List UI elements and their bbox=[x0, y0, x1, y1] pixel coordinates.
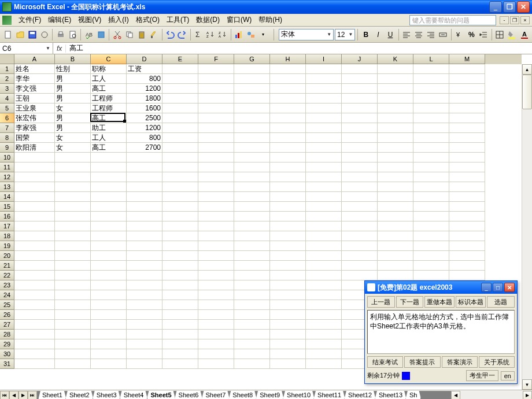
cell-C6[interactable]: 高工 bbox=[91, 113, 127, 123]
exam-pick-button[interactable]: 选题 bbox=[487, 296, 515, 308]
cell-M11[interactable] bbox=[449, 162, 485, 172]
exam-candidate[interactable]: 考生甲一 bbox=[466, 370, 498, 381]
horizontal-scrollbar[interactable]: ◀ ▶ bbox=[451, 391, 532, 400]
cell-B8[interactable]: 女 bbox=[55, 133, 91, 143]
spell-button[interactable]: AB bbox=[83, 28, 94, 41]
col-header-E[interactable]: E bbox=[162, 54, 198, 64]
cell-M10[interactable] bbox=[449, 153, 485, 162]
cell-G4[interactable] bbox=[234, 94, 270, 104]
col-header-L[interactable]: L bbox=[413, 54, 449, 64]
cell-B7[interactable]: 男 bbox=[55, 123, 91, 133]
cell-L17[interactable] bbox=[413, 221, 449, 231]
cell-L20[interactable] bbox=[413, 251, 449, 261]
cell-A4[interactable]: 王朝 bbox=[14, 94, 55, 104]
exam-mark-button[interactable]: 标识本题 bbox=[456, 296, 486, 308]
cell-F30[interactable] bbox=[198, 349, 234, 359]
permission-button[interactable] bbox=[39, 28, 50, 41]
cell-H8[interactable] bbox=[270, 133, 306, 143]
print-button[interactable] bbox=[55, 28, 66, 41]
row-header-6[interactable]: 6 bbox=[0, 113, 14, 123]
cell-C11[interactable] bbox=[91, 162, 127, 172]
cell-I31[interactable] bbox=[306, 359, 342, 369]
exam-title-bar[interactable]: [免费]第02题 excel2003 _ □ ✕ bbox=[365, 281, 517, 294]
mdi-close[interactable]: × bbox=[520, 16, 530, 24]
cell-D17[interactable] bbox=[127, 221, 162, 231]
cell-G8[interactable] bbox=[234, 133, 270, 143]
cell-G11[interactable] bbox=[234, 162, 270, 172]
scroll-down-button[interactable]: ▼ bbox=[522, 379, 532, 390]
cell-I13[interactable] bbox=[306, 182, 342, 192]
cell-G17[interactable] bbox=[234, 221, 270, 231]
cell-C18[interactable] bbox=[91, 231, 127, 241]
exam-prev-button[interactable]: 上一题 bbox=[367, 296, 395, 308]
cell-F29[interactable] bbox=[198, 339, 234, 349]
sheet-tab-Sheet6[interactable]: Sheet6 bbox=[175, 391, 203, 400]
col-header-I[interactable]: I bbox=[306, 54, 342, 64]
cell-E28[interactable] bbox=[162, 330, 198, 339]
indent-button[interactable] bbox=[478, 28, 489, 41]
cell-H16[interactable] bbox=[270, 212, 306, 221]
cell-E31[interactable] bbox=[162, 359, 198, 369]
cell-M3[interactable] bbox=[449, 84, 485, 94]
cell-H12[interactable] bbox=[270, 172, 306, 182]
cell-F17[interactable] bbox=[198, 221, 234, 231]
cell-F13[interactable] bbox=[198, 182, 234, 192]
cell-B16[interactable] bbox=[55, 212, 91, 221]
row-header-21[interactable]: 21 bbox=[0, 261, 14, 271]
cell-G5[interactable] bbox=[234, 104, 270, 113]
paste-button[interactable] bbox=[136, 28, 147, 41]
cell-D12[interactable] bbox=[127, 172, 162, 182]
cell-E9[interactable] bbox=[162, 143, 198, 153]
cell-B27[interactable] bbox=[55, 320, 91, 330]
vertical-scrollbar[interactable]: ▲ ▼ bbox=[522, 64, 532, 390]
preview-button[interactable] bbox=[67, 28, 78, 41]
row-header-8[interactable]: 8 bbox=[0, 133, 14, 143]
cell-G29[interactable] bbox=[234, 339, 270, 349]
cell-D22[interactable] bbox=[127, 271, 162, 280]
cell-F5[interactable] bbox=[198, 104, 234, 113]
cell-B14[interactable] bbox=[55, 192, 91, 202]
cell-A31[interactable] bbox=[14, 359, 55, 369]
sort-desc-button[interactable]: ZA bbox=[217, 28, 228, 41]
cell-A14[interactable] bbox=[14, 192, 55, 202]
cell-A22[interactable] bbox=[14, 271, 55, 280]
cell-E19[interactable] bbox=[162, 241, 198, 251]
cell-A11[interactable] bbox=[14, 162, 55, 172]
exam-close-button[interactable]: ✕ bbox=[504, 283, 515, 292]
cell-B13[interactable] bbox=[55, 182, 91, 192]
cell-M20[interactable] bbox=[449, 251, 485, 261]
cell-J12[interactable] bbox=[342, 172, 378, 182]
cell-C24[interactable] bbox=[91, 290, 127, 300]
cell-J11[interactable] bbox=[342, 162, 378, 172]
menu-data[interactable]: 数据(D) bbox=[193, 14, 223, 26]
row-header-17[interactable]: 17 bbox=[0, 221, 14, 231]
cell-I6[interactable] bbox=[306, 113, 342, 123]
cell-B23[interactable] bbox=[55, 280, 91, 290]
cell-L4[interactable] bbox=[413, 94, 449, 104]
cell-J5[interactable] bbox=[342, 104, 378, 113]
scroll-up-button[interactable]: ▲ bbox=[522, 64, 532, 75]
cell-F26[interactable] bbox=[198, 310, 234, 320]
cell-G3[interactable] bbox=[234, 84, 270, 94]
cell-K16[interactable] bbox=[378, 212, 413, 221]
cell-I18[interactable] bbox=[306, 231, 342, 241]
cell-I15[interactable] bbox=[306, 202, 342, 212]
cell-F18[interactable] bbox=[198, 231, 234, 241]
cell-D24[interactable] bbox=[127, 290, 162, 300]
cell-H19[interactable] bbox=[270, 241, 306, 251]
cell-H25[interactable] bbox=[270, 300, 306, 310]
cell-J2[interactable] bbox=[342, 74, 378, 84]
cell-K10[interactable] bbox=[378, 153, 413, 162]
fx-button[interactable]: fx bbox=[53, 45, 66, 53]
cell-L13[interactable] bbox=[413, 182, 449, 192]
cell-J3[interactable] bbox=[342, 84, 378, 94]
cell-B30[interactable] bbox=[55, 349, 91, 359]
cell-H26[interactable] bbox=[270, 310, 306, 320]
cell-B3[interactable]: 男 bbox=[55, 84, 91, 94]
cell-D30[interactable] bbox=[127, 349, 162, 359]
cell-E14[interactable] bbox=[162, 192, 198, 202]
cell-I28[interactable] bbox=[306, 330, 342, 339]
borders-button[interactable] bbox=[494, 28, 505, 41]
cell-H21[interactable] bbox=[270, 261, 306, 271]
cell-D20[interactable] bbox=[127, 251, 162, 261]
